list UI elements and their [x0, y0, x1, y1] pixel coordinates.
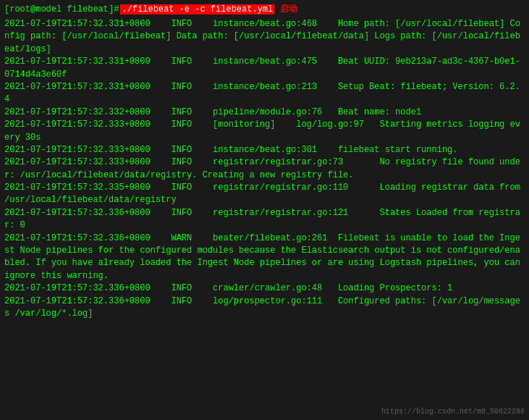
log-line: 2021-07-19T21:57:32.332+0800 INFO pipeli… — [4, 106, 525, 119]
terminal: [root@model filebeat]# ./filebeat -e -c … — [0, 0, 529, 420]
log-line: 2021-07-19T21:57:32.331+0800 INFO instan… — [4, 18, 525, 56]
prompt: [root@model filebeat]# — [4, 4, 119, 14]
log-container: 2021-07-19T21:57:32.331+0800 INFO instan… — [4, 18, 525, 320]
log-line: 2021-07-19T21:57:32.331+0800 INFO instan… — [4, 56, 525, 81]
log-line: 2021-07-19T21:57:32.333+0800 INFO [monit… — [4, 119, 525, 144]
log-line: 2021-07-19T21:57:32.336+0800 INFO log/pr… — [4, 295, 525, 321]
log-line: 2021-07-19T21:57:32.333+0800 INFO regist… — [4, 156, 525, 182]
log-line: 2021-07-19T21:57:32.331+0800 INFO instan… — [4, 81, 525, 106]
log-line: 2021-07-19T21:57:32.336+0800 WARN beater… — [4, 232, 525, 283]
watermark: https://blog.csdn.net/m0_50622286 — [381, 408, 525, 416]
log-line: 2021-07-19T21:57:32.336+0800 INFO crawle… — [4, 282, 525, 295]
log-line: 2021-07-19T21:57:32.336+0800 INFO regist… — [4, 207, 525, 232]
command-text[interactable]: ./filebeat -e -c filebeat.yml — [120, 4, 274, 14]
command-line: [root@model filebeat]# ./filebeat -e -c … — [4, 3, 525, 15]
log-line: 2021-07-19T21:57:32.333+0800 INFO instan… — [4, 144, 525, 156]
start-label: 启动 — [280, 3, 297, 15]
log-line: 2021-07-19T21:57:32.335+0800 INFO regist… — [4, 182, 525, 207]
